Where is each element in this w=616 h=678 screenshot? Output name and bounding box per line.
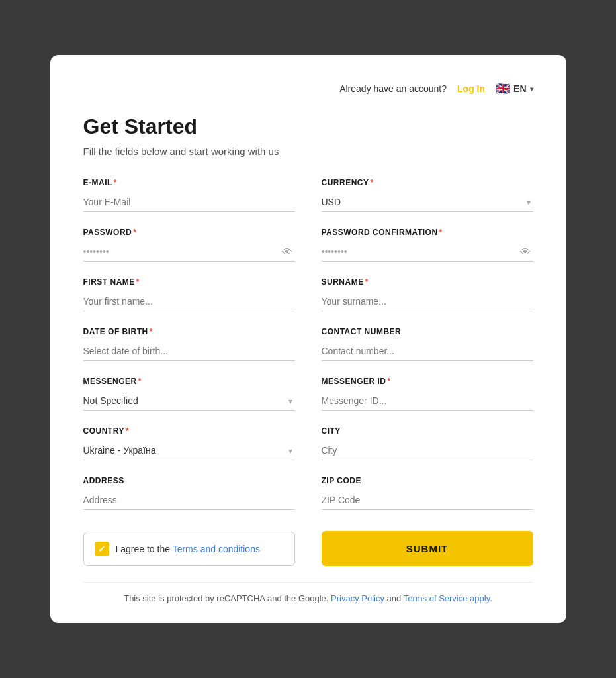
checkmark-icon: ✓: [98, 544, 106, 554]
contact-group: CONTACT NUMBER: [322, 327, 533, 361]
contact-label: CONTACT NUMBER: [322, 327, 533, 336]
terms-checkbox-row: ✓ I agree to the Terms and conditions: [83, 532, 295, 566]
password-confirm-field[interactable]: [322, 242, 533, 262]
dob-label: DATE OF BIRTH*: [83, 327, 295, 336]
currency-label: CURRENCY*: [322, 178, 533, 187]
country-required: *: [126, 426, 129, 436]
messenger-select-wrapper: Not Specified Telegram WhatsApp Skype ▾: [83, 391, 295, 411]
already-text: Already have an account?: [339, 83, 447, 94]
password-confirm-group: PASSWORD CONFIRMATION* 👁: [322, 228, 533, 262]
currency-group: CURRENCY* USD EUR GBP ▾: [322, 178, 533, 212]
top-bar: Already have an account? Log In 🇬🇧 EN ▾: [83, 81, 533, 96]
surname-label: SURNAME*: [322, 277, 533, 287]
messenger-id-required: *: [388, 377, 391, 386]
page-subtitle: Fill the fields below and start working …: [83, 146, 533, 157]
dob-field[interactable]: [83, 342, 295, 361]
messenger-id-group: MESSENGER ID*: [322, 377, 533, 411]
terms-agree-label: I agree to the Terms and conditions: [116, 544, 260, 554]
first-name-group: FIRST NAME*: [83, 277, 295, 311]
city-group: CITY: [322, 426, 533, 460]
messenger-label: MESSENGER*: [83, 377, 295, 386]
currency-select-wrapper: USD EUR GBP ▾: [322, 193, 533, 212]
surname-field[interactable]: [322, 292, 533, 311]
surname-required: *: [365, 277, 369, 287]
currency-required: *: [371, 178, 374, 187]
email-required: *: [114, 178, 117, 187]
privacy-policy-link[interactable]: Privacy Policy: [331, 593, 384, 603]
zip-field[interactable]: [322, 491, 533, 510]
contact-field[interactable]: [322, 342, 533, 361]
tos-link[interactable]: Terms of Service apply.: [404, 593, 492, 603]
language-selector[interactable]: 🇬🇧 EN ▾: [496, 81, 533, 96]
zip-group: ZIP CODE: [322, 476, 533, 510]
messenger-group: MESSENGER* Not Specified Telegram WhatsA…: [83, 377, 295, 411]
terms-checkbox[interactable]: ✓: [95, 542, 109, 556]
password-required: *: [133, 228, 136, 237]
country-select-wrapper: Ukraine - Україна United States Germany …: [83, 441, 295, 460]
zip-label: ZIP CODE: [322, 476, 533, 485]
currency-select[interactable]: USD EUR GBP: [322, 193, 533, 212]
registration-card: Already have an account? Log In 🇬🇧 EN ▾ …: [50, 55, 566, 623]
country-group: COUNTRY* Ukraine - Україна United States…: [83, 426, 295, 460]
page-title: Get Started: [83, 115, 533, 139]
address-field[interactable]: [83, 491, 295, 510]
password-eye-icon[interactable]: 👁: [282, 246, 292, 258]
first-name-required: *: [136, 277, 140, 287]
flag-icon: 🇬🇧: [496, 81, 510, 96]
password-confirm-required: *: [439, 228, 443, 237]
messenger-id-label: MESSENGER ID*: [322, 377, 533, 386]
messenger-required: *: [138, 377, 142, 386]
login-link[interactable]: Log In: [457, 83, 485, 94]
dob-group: DATE OF BIRTH*: [83, 327, 295, 361]
country-label: COUNTRY*: [83, 426, 295, 436]
address-label: ADDRESS: [83, 476, 295, 485]
password-group: PASSWORD* 👁: [83, 228, 295, 262]
address-group: ADDRESS: [83, 476, 295, 510]
first-name-label: FIRST NAME*: [83, 277, 295, 287]
messenger-id-field[interactable]: [322, 391, 533, 411]
password-confirm-label: PASSWORD CONFIRMATION*: [322, 228, 533, 237]
country-select[interactable]: Ukraine - Україна United States Germany: [83, 441, 295, 460]
bottom-section: ✓ I agree to the Terms and conditions SU…: [83, 531, 533, 566]
password-confirm-wrapper: 👁: [322, 242, 533, 262]
email-label: E-MAIL*: [83, 178, 295, 187]
submit-button[interactable]: SUBMIT: [322, 531, 533, 566]
dob-required: *: [150, 327, 153, 336]
surname-group: SURNAME*: [322, 277, 533, 311]
first-name-field[interactable]: [83, 292, 295, 311]
chevron-down-icon: ▾: [530, 85, 533, 93]
terms-link[interactable]: Terms and conditions: [173, 544, 260, 554]
form-grid: E-MAIL* CURRENCY* USD EUR GBP ▾ PASSWORD…: [83, 178, 533, 526]
email-field[interactable]: [83, 193, 295, 212]
password-wrapper: 👁: [83, 242, 295, 262]
lang-label: EN: [513, 83, 526, 94]
city-label: CITY: [322, 426, 533, 436]
password-confirm-eye-icon[interactable]: 👁: [520, 246, 531, 258]
messenger-select[interactable]: Not Specified Telegram WhatsApp Skype: [83, 391, 295, 411]
city-field[interactable]: [322, 441, 533, 460]
footer-text: This site is protected by reCAPTCHA and …: [83, 582, 533, 603]
password-label: PASSWORD*: [83, 228, 295, 237]
password-field[interactable]: [83, 242, 295, 262]
email-group: E-MAIL*: [83, 178, 295, 212]
